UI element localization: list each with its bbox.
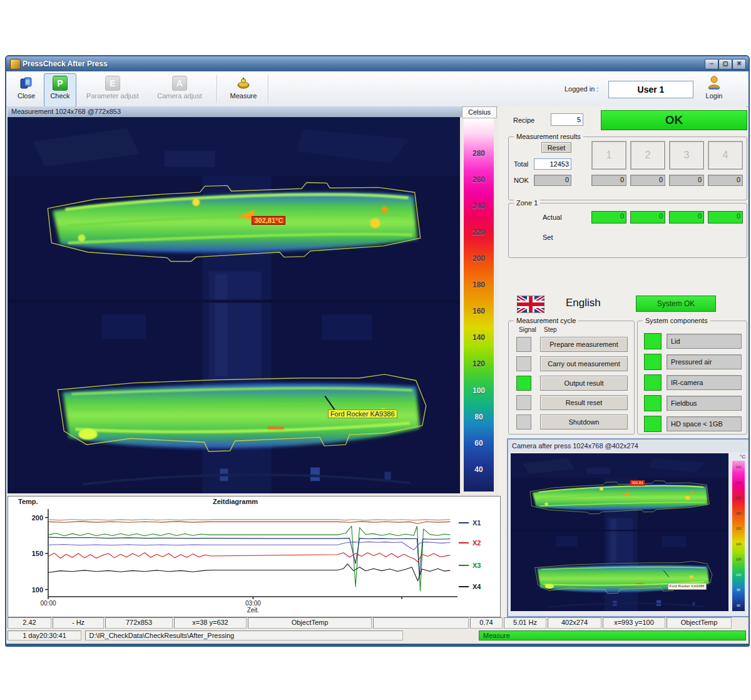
celsius-tick: 180 xyxy=(464,281,494,289)
celsius-tick: 240 xyxy=(464,202,494,210)
camera-scale-tick: 240 xyxy=(732,465,745,469)
celsius-gradient-bar: 280260240220200180160140120100806040 xyxy=(464,118,494,492)
measurement-results-title: Measurement results xyxy=(514,133,583,140)
zone-actual-field: 0 xyxy=(708,211,743,224)
slot-number: 2 xyxy=(645,150,651,161)
measure-button[interactable]: Measure xyxy=(224,73,263,107)
camera-thermal-image: 302,81 Ford Rocker KA9386 xyxy=(511,453,728,611)
measurement-view-header: Measurement 1024x768 @772x853 xyxy=(8,106,466,117)
total-field[interactable] xyxy=(534,158,571,170)
svg-text:X3: X3 xyxy=(473,562,481,569)
window-title: PressCheck After Press xyxy=(23,56,108,71)
cycle-step-button[interactable]: Result reset xyxy=(540,395,628,410)
result-slot: 3 xyxy=(669,141,704,170)
cycle-step-button[interactable]: Shutdown xyxy=(540,414,628,430)
celsius-scale-title: Celsius xyxy=(462,106,497,118)
camera-scale-tick: 60 xyxy=(732,604,745,607)
camera-frame-value: 0.74 xyxy=(470,617,503,629)
system-ok-button[interactable]: System OK xyxy=(636,296,716,312)
screenshot-root: PressCheck After Press ─ ▢ ✕ Close P Che… xyxy=(0,0,751,700)
main-frequency-field: - Hz xyxy=(53,617,104,629)
result-slot: 1 xyxy=(591,141,626,170)
cycle-row: Carry out measurement xyxy=(516,356,628,371)
close-window-button[interactable]: ✕ xyxy=(732,59,746,69)
close-button[interactable]: Close xyxy=(10,73,43,107)
login-icon xyxy=(707,75,722,91)
status-filler xyxy=(373,617,469,629)
celsius-tick: 140 xyxy=(464,333,494,342)
cycle-signal-indicator xyxy=(516,376,531,391)
slot-nok-field: 0 xyxy=(591,175,626,186)
component-label-field: Lid xyxy=(667,334,742,349)
main-resolution-field: 772x853 xyxy=(105,617,173,629)
toolbar-separator xyxy=(217,75,218,103)
uk-flag-icon[interactable] xyxy=(517,296,544,313)
language-name: English xyxy=(566,297,601,309)
celsius-tick: 260 xyxy=(464,175,494,184)
camera-adjust-icon: A xyxy=(172,76,187,91)
slot-number: 1 xyxy=(606,150,612,161)
component-ok-indicator xyxy=(644,354,662,370)
recipe-label: Recipe xyxy=(513,116,534,124)
svg-text:X4: X4 xyxy=(473,583,481,590)
camera-scale-tick: 220 xyxy=(732,481,745,485)
time-diagram-chart: 10015020000:0003:00Zeit.X1X2X3X4 xyxy=(8,505,499,615)
result-slot: 4 xyxy=(708,141,743,170)
component-label-field: Fieldbus xyxy=(667,396,742,411)
component-row: HD space < 1GB xyxy=(644,416,742,432)
data-path-field: D:\IR_CheckData\CheckResults\After_Press… xyxy=(85,631,403,641)
camera-panel-header: Camera after press 1024x768 @402x274 xyxy=(508,440,748,452)
status-bar: 2.42- Hz772x853x=38 y=632ObjectTemp0.745… xyxy=(8,617,747,629)
celsius-tick: 220 xyxy=(464,228,494,237)
cycle-signal-indicator xyxy=(516,337,531,352)
set-label: Set xyxy=(543,234,553,241)
camera-scale-tick: 140 xyxy=(732,542,745,546)
celsius-tick: 60 xyxy=(464,439,494,448)
maximize-button[interactable]: ▢ xyxy=(718,59,732,69)
celsius-tick: 200 xyxy=(464,254,494,263)
cycle-step-button[interactable]: Output result xyxy=(540,376,628,391)
parameter-adjust-label: Parameter adjust xyxy=(86,92,139,100)
login-label: Login xyxy=(706,92,723,100)
check-icon: P xyxy=(53,76,68,91)
celsius-tick: 160 xyxy=(464,307,494,316)
reset-button[interactable]: Reset xyxy=(541,142,571,153)
parameter-adjust-button[interactable]: E Parameter adjust xyxy=(79,73,146,107)
toolbar-separator-2 xyxy=(268,75,269,103)
cycle-signal-indicator xyxy=(516,414,531,430)
cycle-step-button[interactable]: Carry out measurement xyxy=(540,356,628,371)
zone1-group: Zone 1 Actual 0000 Set xyxy=(508,203,747,258)
measurement-thermal-image: 302,81°C Ford Rocker KA9386 xyxy=(8,117,460,493)
minimize-button[interactable]: ─ xyxy=(705,59,718,69)
component-row: Fieldbus xyxy=(644,395,742,411)
camera-scale-tick: 180 xyxy=(732,512,745,515)
check-button-label: Check xyxy=(50,92,69,100)
zone-actual-field: 0 xyxy=(630,211,665,224)
system-components-title: System components xyxy=(643,317,710,324)
slot-nok-field: 0 xyxy=(669,175,704,186)
component-row: Lid xyxy=(644,333,742,349)
user-field[interactable] xyxy=(608,81,693,98)
camera-color-scale: 2402202001801601401201008060 xyxy=(732,461,745,611)
recipe-input[interactable] xyxy=(551,113,583,126)
main-cursor-position-field: x=38 y=632 xyxy=(174,617,247,629)
spot-temperature-label: 302,81°C xyxy=(252,216,285,225)
camera-scale-tick: 160 xyxy=(732,527,745,530)
login-button[interactable]: Login xyxy=(700,72,728,106)
svg-text:150: 150 xyxy=(32,550,43,557)
measurement-cycle-group: Measurement cycle Signal Step Prepare me… xyxy=(508,321,635,435)
component-rows: LidPressured airIR-cameraFieldbusHD spac… xyxy=(638,329,747,432)
cycle-row: Shutdown xyxy=(516,414,628,430)
celsius-tick: 100 xyxy=(464,386,494,395)
thermal-scene-main xyxy=(8,117,460,493)
component-row: IR-camera xyxy=(644,374,742,391)
measurement-results-group: Measurement results Reset Total NOK 0 12… xyxy=(508,136,747,200)
svg-text:X2: X2 xyxy=(473,539,481,547)
camera-adjust-button[interactable]: A Camera adjust xyxy=(148,73,212,107)
celsius-tick: 280 xyxy=(464,149,494,158)
celsius-tick: 80 xyxy=(464,413,494,421)
check-button[interactable]: P Check xyxy=(44,73,76,107)
close-app-icon xyxy=(19,76,34,91)
camera-scale-unit: °C xyxy=(740,454,745,460)
cycle-step-button[interactable]: Prepare measurement xyxy=(540,337,628,352)
